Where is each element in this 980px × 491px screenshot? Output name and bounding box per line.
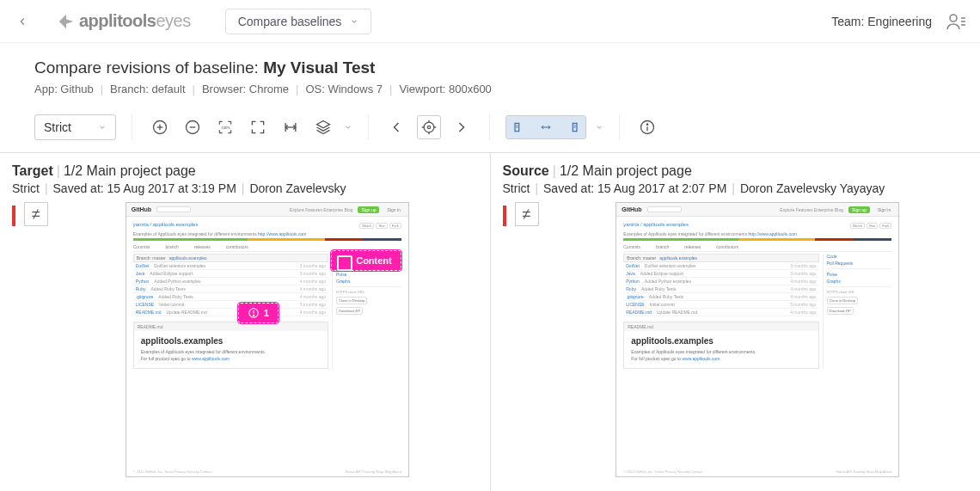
thumb-desc: Examples of Applitools eyes integrated f… [133, 231, 258, 236]
layers-button[interactable] [311, 115, 335, 139]
next-diff-button[interactable] [450, 115, 474, 139]
thumb-side-zip: Download ZIP [827, 307, 854, 315]
content-region-tag[interactable]: Content [331, 250, 401, 271]
svg-point-32 [253, 315, 254, 316]
thumb-signin: Sign in [384, 206, 402, 213]
svg-point-0 [950, 15, 957, 21]
thumb-signup: Sign up [358, 206, 379, 213]
fit-screen-button[interactable] [246, 115, 270, 139]
thumb-side-clone: Clone in Desktop [827, 297, 858, 304]
target-author: Doron Zavelevsky [249, 181, 346, 195]
thumb-watch: Watch [850, 223, 865, 229]
thumb-side-https: HTTPS clone URL [827, 290, 892, 294]
thumb-fork: Fork [389, 223, 401, 229]
thumb-foot-right: Status API Training Shop Blog About [836, 470, 891, 474]
thumb-signup: Sign up [848, 206, 870, 213]
thumb-readme-p2a: For full product spec go to [141, 356, 192, 361]
match-level-value: Strict [44, 120, 71, 134]
thumb-readme-title: applitools.examples [141, 336, 321, 346]
thumb-readme-p2b: www.applitools.com [682, 356, 720, 361]
chevron-down-icon [350, 17, 358, 26]
thumb-readme-p1: Examples of Applitools eyes integrated f… [631, 349, 811, 354]
zoom-100-button[interactable]: 100% [213, 115, 237, 139]
thumb-fork: Fork [879, 223, 891, 229]
svg-point-14 [424, 122, 434, 132]
thumb-tab: contributors [226, 244, 248, 249]
actual-size-button[interactable] [279, 115, 303, 139]
svg-point-29 [646, 124, 647, 125]
source-thumbnail[interactable]: GitHub Explore Features Enterprise Blog … [616, 202, 899, 477]
source-status-badge[interactable]: ≠ [515, 202, 539, 226]
thumb-readme-p2a: For full product spec go to [631, 356, 682, 361]
thumb-tab: releases [194, 244, 211, 249]
thumb-nav: Explore Features Enterprise Blog [290, 207, 353, 212]
thumb-readme-p2b: www.applitools.com [192, 356, 230, 361]
thumb-tab: releases [684, 244, 701, 249]
prev-diff-button[interactable] [384, 115, 408, 139]
thumb-file-row: JavaAdded Eclipse support3 months ago [133, 270, 328, 278]
thumb-site: GitHub [622, 206, 641, 212]
thumb-filehead-branch: Branch: master [627, 255, 656, 261]
info-button[interactable] [635, 115, 659, 139]
bug-count: 1 [264, 308, 269, 318]
title-name: My Visual Test [263, 58, 375, 77]
zoom-in-button[interactable] [148, 115, 172, 139]
thumb-readme-head: README.md [134, 322, 328, 331]
thumb-side-zip: Download ZIP [336, 307, 363, 315]
thumb-file-row: PythonAdded Python examples4 months ago [133, 278, 328, 285]
meta-browser: Browser: Chrome [202, 83, 289, 95]
bug-region-badge[interactable]: 1 [238, 303, 279, 323]
svg-text:100%: 100% [221, 126, 230, 130]
thumb-watch: Watch [359, 223, 374, 229]
source-pane: Source|1/2 Main project page Strict|Save… [490, 153, 981, 491]
thumb-signin: Sign in [875, 206, 893, 213]
thumb-file-row: RubyAdded Ruby Tests4 months ago [623, 285, 818, 293]
match-level-select[interactable]: Strict [34, 114, 116, 140]
thumb-filehead-branch: Branch: master [137, 255, 166, 261]
compare-baselines-dropdown[interactable]: Compare baselines [225, 9, 372, 34]
target-step: 1/2 Main project page [64, 163, 196, 178]
thumb-tab: branch [656, 244, 669, 249]
thumb-star: Star [867, 223, 878, 229]
target-pane: Target|1/2 Main project page Strict|Save… [0, 153, 490, 491]
user-menu-icon[interactable] [946, 11, 966, 32]
thumb-side-pull: Pull Requests [827, 261, 892, 266]
chevron-down-icon[interactable] [595, 123, 603, 132]
thumb-desc-link: http://www.applitools.com [258, 231, 306, 236]
thumb-file-row: README.mdUpdate README.md4 months ago [133, 309, 328, 316]
thumb-foot-left: © 2015 GitHub, Inc. Terms Privacy Securi… [133, 470, 212, 474]
thumb-readme-title: applitools.examples [631, 336, 811, 346]
brand-light: eyes [156, 11, 190, 30]
brand-bold: applitools [79, 11, 156, 30]
view-mode-side-by-side[interactable] [506, 116, 534, 138]
meta-branch: Branch: default [110, 83, 185, 95]
view-mode-swap[interactable] [534, 116, 558, 138]
locate-diff-button[interactable] [417, 115, 441, 139]
thumb-file-row: DotNetDotNet selenium examples3 months a… [623, 262, 818, 270]
thumb-side-graphs: Graphs [336, 279, 401, 284]
chevron-down-icon[interactable] [344, 123, 352, 132]
target-saved: Saved at: 15 Aug 2017 at 3:19 PM [53, 181, 236, 195]
brand-logo: applitoolseyes [57, 11, 191, 31]
thumb-side-pulse: Pulse [827, 272, 892, 277]
thumb-readme-head: README.md [624, 322, 818, 331]
thumb-side-clone: Clone in Desktop [336, 297, 367, 304]
view-mode-toggle[interactable] [505, 115, 586, 139]
diff-indicator-icon [503, 206, 506, 226]
back-button[interactable] [14, 13, 31, 30]
zoom-out-button[interactable] [181, 115, 205, 139]
svg-point-15 [427, 126, 430, 128]
source-step: 1/2 Main project page [560, 163, 692, 178]
thumb-tab: contributors [716, 244, 738, 249]
compare-baselines-label: Compare baselines [238, 15, 342, 28]
thumb-foot-left: © 2015 GitHub, Inc. Terms Privacy Securi… [623, 470, 702, 474]
meta-app: App: Github [34, 83, 94, 95]
thumb-site: GitHub [132, 206, 151, 212]
target-status-badge[interactable]: ≠ [24, 202, 48, 226]
thumb-filehead-path: applitools.examples [659, 255, 697, 261]
thumb-file-row: PythonAdded Python examples4 months ago [623, 278, 818, 285]
view-mode-overlay[interactable] [558, 116, 585, 138]
source-label: Source [503, 163, 549, 178]
target-thumbnail[interactable]: GitHub Explore Features Enterprise Blog … [126, 202, 409, 477]
team-label[interactable]: Team: Engineering [831, 15, 932, 28]
